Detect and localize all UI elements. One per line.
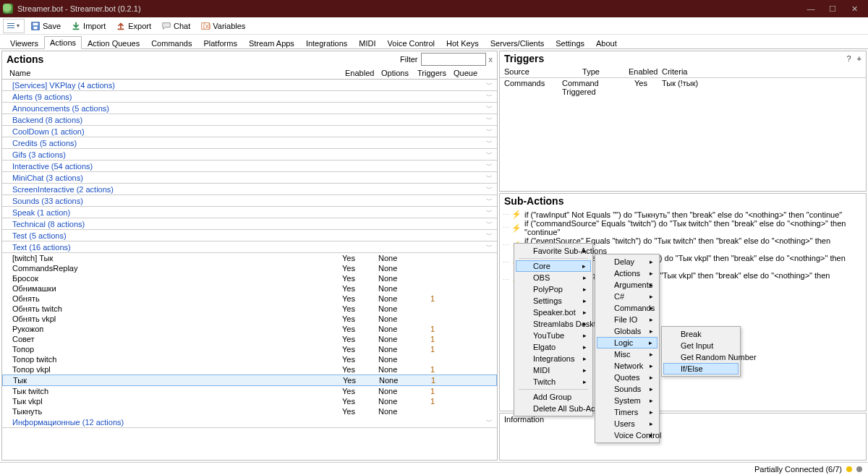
menu-item[interactable]: Users▸ bbox=[597, 418, 658, 429]
context-menu-main[interactable]: Favorite Sub-Actions▸Core▸OBS▸PolyPop▸Se… bbox=[514, 243, 593, 416]
menu-item[interactable]: Logic▸ bbox=[597, 337, 658, 348]
menu-item[interactable]: C#▸ bbox=[597, 291, 658, 302]
menu-item[interactable]: PolyPop▸ bbox=[516, 283, 591, 295]
action-group[interactable]: Text (16 actions)﹀ bbox=[2, 241, 497, 253]
trigger-row[interactable]: Commands Command Triggered Yes Тык (!тык… bbox=[500, 78, 866, 97]
menu-item[interactable]: File IO▸ bbox=[597, 314, 658, 325]
action-group[interactable]: Interactive (54 actions)﹀ bbox=[2, 161, 497, 172]
menu-item[interactable]: Delete All Sub-Actions bbox=[516, 403, 591, 414]
menu-item[interactable]: If/Else bbox=[663, 363, 739, 375]
menu-item[interactable]: Favorite Sub-Actions▸ bbox=[516, 245, 591, 257]
col-options[interactable]: Options bbox=[378, 69, 414, 77]
action-row[interactable]: ОбнимашкиYesNone bbox=[2, 283, 497, 294]
menu-item[interactable]: Actions▸ bbox=[597, 268, 658, 279]
hamburger-menu[interactable]: ▼ bbox=[3, 19, 25, 33]
menu-item[interactable]: Arguments▸ bbox=[597, 279, 658, 291]
menu-item[interactable]: Settings▸ bbox=[516, 295, 591, 307]
tab-actions[interactable]: Actions bbox=[44, 36, 82, 49]
filter-input[interactable] bbox=[421, 53, 486, 66]
action-row[interactable]: Обнять vkplYesNone bbox=[2, 314, 497, 324]
menu-item[interactable]: System▸ bbox=[597, 395, 658, 406]
action-row[interactable]: БросокYesNone bbox=[2, 273, 497, 283]
col-enabled[interactable]: Enabled bbox=[342, 69, 378, 77]
minimize-button[interactable]: — bbox=[800, 4, 822, 13]
action-group[interactable]: Technical (8 actions)﹀ bbox=[2, 218, 497, 230]
menu-item[interactable]: Add Group bbox=[516, 391, 591, 403]
menu-item[interactable]: Voice Control▸ bbox=[597, 429, 658, 441]
tab-about[interactable]: About bbox=[590, 37, 623, 49]
action-group[interactable]: ScreenInteractive (2 actions)﹀ bbox=[2, 184, 497, 195]
action-row[interactable]: ОбнятьYesNone1 bbox=[2, 294, 497, 304]
tab-settings[interactable]: Settings bbox=[550, 37, 590, 49]
action-group[interactable]: MiniChat (3 actions)﹀ bbox=[2, 172, 497, 184]
menu-item[interactable]: Break bbox=[663, 328, 739, 340]
close-button[interactable]: ✕ bbox=[843, 4, 865, 14]
action-row[interactable]: Тык vkplYesNone1 bbox=[2, 396, 497, 406]
subaction-item[interactable]: ⋯⚡if ("rawInput" Not Equals "") do "Тыкн… bbox=[503, 210, 863, 219]
menu-item[interactable]: Integrations▸ bbox=[516, 353, 591, 364]
action-group[interactable]: [Services] VKPlay (4 actions)﹀ bbox=[2, 80, 497, 91]
tab-stream-apps[interactable]: Stream Apps bbox=[243, 37, 300, 49]
context-menu-core[interactable]: Delay▸Actions▸Arguments▸C#▸Commands▸File… bbox=[595, 254, 660, 443]
menu-item[interactable]: MIDI▸ bbox=[516, 364, 591, 376]
action-row[interactable]: CommandsReplayYesNone bbox=[2, 263, 497, 273]
menu-item[interactable]: Timers▸ bbox=[597, 406, 658, 418]
action-row[interactable]: [twitch] ТыкYesNone bbox=[2, 253, 497, 263]
tab-midi[interactable]: MIDI bbox=[353, 37, 381, 49]
action-row[interactable]: ТопорYesNone1 bbox=[2, 344, 497, 354]
menu-item[interactable]: OBS▸ bbox=[516, 272, 591, 283]
menu-item[interactable]: Network▸ bbox=[597, 360, 658, 372]
action-group[interactable]: Информационные (12 actions)﹀ bbox=[2, 416, 497, 428]
tab-voice-control[interactable]: Voice Control bbox=[382, 37, 441, 49]
action-row[interactable]: Топор vkplYesNone1 bbox=[2, 364, 497, 375]
menu-item[interactable]: Elgato▸ bbox=[516, 341, 591, 353]
action-row[interactable]: ТыкYesNone1 bbox=[2, 375, 497, 386]
action-group[interactable]: Credits (5 actions)﹀ bbox=[2, 137, 497, 149]
action-group[interactable]: Backend (8 actions)﹀ bbox=[2, 114, 497, 126]
action-row[interactable]: Тык twitchYesNone1 bbox=[2, 386, 497, 396]
menu-item[interactable]: Sounds▸ bbox=[597, 383, 658, 395]
action-group[interactable]: CoolDown (1 action)﹀ bbox=[2, 126, 497, 137]
subaction-item[interactable]: ⋯⚡if ("commandSource" Equals "twitch") d… bbox=[503, 219, 863, 236]
action-group[interactable]: Gifs (3 actions)﹀ bbox=[2, 149, 497, 161]
col-enabled[interactable]: Enabled bbox=[624, 67, 658, 76]
tab-hot-keys[interactable]: Hot Keys bbox=[441, 37, 485, 49]
maximize-button[interactable]: ☐ bbox=[822, 4, 843, 14]
context-menu-logic[interactable]: BreakGet InputGet Random NumberIf/Else bbox=[661, 326, 741, 377]
action-group[interactable]: Sounds (33 actions)﹀ bbox=[2, 195, 497, 207]
menu-item[interactable]: Misc▸ bbox=[597, 348, 658, 360]
import-button[interactable]: Import bbox=[67, 19, 110, 33]
action-row[interactable]: СоветYesNone1 bbox=[2, 334, 497, 344]
tab-commands[interactable]: Commands bbox=[145, 37, 197, 49]
action-group[interactable]: Alerts (9 actions)﹀ bbox=[2, 91, 497, 103]
menu-item[interactable]: Streamlabs Desktop▸ bbox=[516, 318, 591, 330]
save-button[interactable]: Save bbox=[26, 19, 65, 33]
action-row[interactable]: ТыкнутьYesNone bbox=[2, 406, 497, 416]
triggers-add-button[interactable]: + bbox=[857, 54, 861, 63]
menu-item[interactable]: Delay▸ bbox=[597, 256, 658, 268]
clear-filter-button[interactable]: x bbox=[489, 55, 493, 64]
tab-integrations[interactable]: Integrations bbox=[300, 37, 353, 49]
action-group[interactable]: Test (5 actions)﹀ bbox=[2, 230, 497, 241]
menu-item[interactable]: Get Random Number bbox=[663, 351, 739, 363]
action-row[interactable]: РукожопYesNone1 bbox=[2, 324, 497, 334]
col-criteria[interactable]: Criteria bbox=[658, 67, 692, 76]
menu-item[interactable]: YouTube▸ bbox=[516, 330, 591, 341]
action-row[interactable]: Топор twitchYesNone bbox=[2, 354, 497, 364]
tab-servers-clients[interactable]: Servers/Clients bbox=[485, 37, 550, 49]
col-type[interactable]: Type bbox=[558, 67, 624, 76]
menu-item[interactable]: Twitch▸ bbox=[516, 376, 591, 388]
menu-item[interactable]: Commands▸ bbox=[597, 302, 658, 314]
triggers-help-button[interactable]: ? bbox=[846, 54, 851, 63]
action-row[interactable]: Обнять twitchYesNone bbox=[2, 304, 497, 314]
menu-item[interactable]: Quotes▸ bbox=[597, 372, 658, 383]
tab-platforms[interactable]: Platforms bbox=[197, 37, 242, 49]
col-queue[interactable]: Queue bbox=[451, 69, 487, 77]
action-group[interactable]: Speak (1 action)﹀ bbox=[2, 207, 497, 218]
variables-button[interactable]: {x} Variables bbox=[196, 19, 250, 33]
menu-item[interactable]: Core▸ bbox=[516, 260, 591, 272]
tab-action-queues[interactable]: Action Queues bbox=[82, 37, 145, 49]
action-group[interactable]: Announcements (5 actions)﹀ bbox=[2, 103, 497, 114]
menu-item[interactable]: Speaker.bot▸ bbox=[516, 307, 591, 318]
export-button[interactable]: Export bbox=[111, 19, 156, 33]
